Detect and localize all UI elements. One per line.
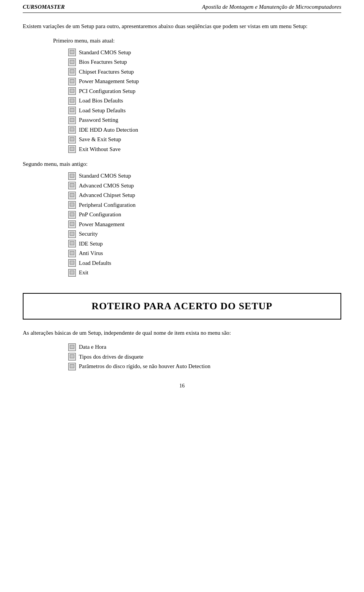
menu-item-icon (68, 58, 76, 66)
menu-item-icon (68, 117, 76, 124)
bottom-list: Data e HoraTipos dos drives de disqueteP… (23, 342, 341, 372)
list-item: Load Setup Defaults (68, 106, 341, 116)
second-menu-label: Segundo menu, mais antigo: (23, 161, 341, 167)
menu-item-icon (68, 211, 76, 219)
menu-item-icon (68, 220, 76, 228)
menu-item-label: Load Defaults (79, 258, 111, 268)
list-item: Advanced CMOS Setup (68, 181, 341, 191)
list-item: Exit Without Save (68, 145, 341, 154)
menu-item-label: Load Bios Defaults (79, 96, 123, 106)
menu-item-icon (68, 145, 76, 153)
menu-item-icon (68, 363, 76, 370)
roteiro-box: ROTEIRO PARA ACERTO DO SETUP (23, 293, 341, 320)
roteiro-title: ROTEIRO PARA ACERTO DO SETUP (92, 301, 273, 312)
menu-item-icon (68, 182, 76, 189)
list-item: Load Bios Defaults (68, 96, 341, 106)
menu-item-label: IDE Setup (79, 239, 103, 249)
menu-item-label: Standard CMOS Setup (79, 48, 131, 58)
menu-item-icon (68, 269, 76, 277)
list-item: Data e Hora (68, 342, 341, 352)
list-item: Power Management (68, 220, 341, 230)
first-menu-list: Standard CMOS SetupBios Feactures SetupC… (23, 48, 341, 154)
menu-item-icon (68, 126, 76, 134)
list-item: PCI Configuration Setup (68, 87, 341, 96)
menu-item-icon (68, 201, 76, 209)
list-item: Save & Exit Setup (68, 135, 341, 145)
menu-item-icon (68, 353, 76, 361)
second-menu-list: Standard CMOS SetupAdvanced CMOS SetupAd… (23, 171, 341, 278)
list-item: Bios Feactures Setup (68, 57, 341, 67)
list-item: Exit (68, 268, 341, 278)
menu-item-label: Save & Exit Setup (79, 135, 121, 145)
list-item: Parâmetros do disco rígido, se não houve… (68, 362, 341, 372)
list-item: Security (68, 229, 341, 239)
list-item: Power Management Setup (68, 77, 341, 87)
list-item: IDE HDD Auto Detection (68, 125, 341, 135)
menu-item-icon (68, 192, 76, 199)
list-item: Advanced Chipset Setup (68, 191, 341, 200)
list-item: Standard CMOS Setup (68, 48, 341, 58)
menu-item-label: Advanced Chipset Setup (79, 191, 135, 200)
page-number: 16 (23, 383, 341, 395)
roteiro-intro: As alterações básicas de um Setup, indep… (23, 329, 341, 337)
menu-item-label: Chipset Feactures Setup (79, 67, 134, 77)
page: CURSOMASTER Apostila de Montagem e Manut… (0, 0, 364, 592)
list-item: Password Setting (68, 115, 341, 125)
menu-item-icon (68, 97, 76, 105)
list-item: Peripheral Configuration (68, 200, 341, 210)
bottom-item-label: Data e Hora (79, 342, 106, 352)
menu-item-label: Security (79, 229, 98, 239)
menu-item-label: Peripheral Configuration (79, 200, 136, 210)
intro-paragraph: Existem variações de um Setup para outro… (23, 22, 341, 31)
menu-item-icon (68, 78, 76, 85)
page-header: CURSOMASTER Apostila de Montagem e Manut… (23, 0, 341, 13)
menu-item-label: Exit Without Save (79, 145, 121, 154)
menu-item-icon (68, 250, 76, 257)
menu-item-label: Standard CMOS Setup (79, 171, 131, 181)
menu-item-label: Advanced CMOS Setup (79, 181, 134, 191)
menu-item-icon (68, 172, 76, 180)
menu-item-label: Power Management (79, 220, 124, 230)
list-item: Tipos dos drives de disquete (68, 352, 341, 362)
menu-item-label: Bios Feactures Setup (79, 57, 127, 67)
bottom-item-label: Parâmetros do disco rígido, se não houve… (79, 362, 210, 372)
first-menu-label: Primeiro menu, mais atual: (23, 38, 341, 44)
bottom-item-label: Tipos dos drives de disquete (79, 352, 143, 362)
menu-item-label: Load Setup Defaults (79, 106, 126, 116)
menu-item-icon (68, 107, 76, 114)
list-item: Load Defaults (68, 258, 341, 268)
menu-item-label: PCI Configuration Setup (79, 87, 135, 96)
menu-item-icon (68, 259, 76, 267)
menu-item-label: PnP Configuration (79, 210, 121, 220)
list-item: Anti Vírus (68, 249, 341, 258)
menu-item-label: Password Setting (79, 115, 118, 125)
menu-item-icon (68, 49, 76, 56)
menu-item-label: Power Management Setup (79, 77, 139, 87)
list-item: Chipset Feactures Setup (68, 67, 341, 77)
menu-item-icon (68, 343, 76, 351)
list-item: PnP Configuration (68, 210, 341, 220)
header-left: CURSOMASTER (23, 4, 65, 10)
list-item: Standard CMOS Setup (68, 171, 341, 181)
menu-item-label: Exit (79, 268, 88, 278)
list-item: IDE Setup (68, 239, 341, 249)
menu-item-label: IDE HDD Auto Detection (79, 125, 138, 135)
menu-item-icon (68, 68, 76, 76)
menu-item-icon (68, 240, 76, 247)
menu-item-icon (68, 136, 76, 143)
menu-item-icon (68, 87, 76, 95)
menu-item-label: Anti Vírus (79, 249, 103, 258)
header-right: Apostila de Montagem e Manutenção de Mic… (202, 4, 341, 10)
menu-item-icon (68, 230, 76, 238)
